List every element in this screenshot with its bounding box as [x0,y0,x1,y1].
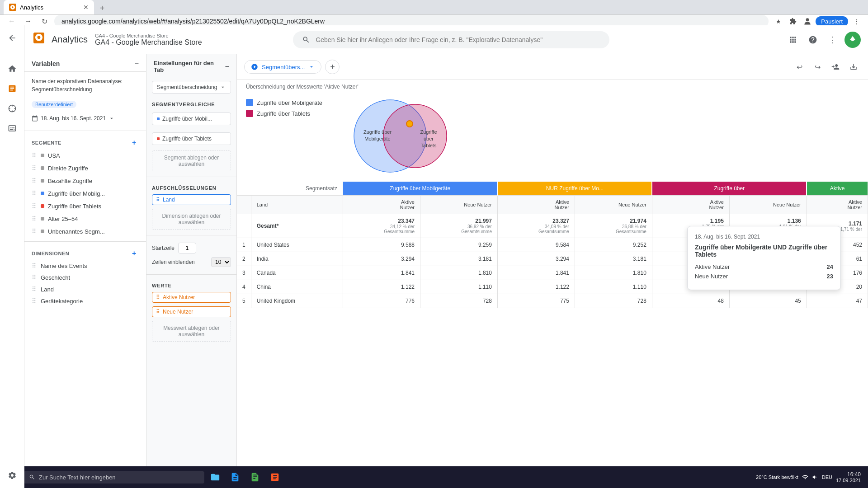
variables-minimize-btn[interactable]: – [135,60,139,68]
segment-name: Zugriffe über Tablets [48,203,101,210]
legend-label: Zugriffe über Tablets [257,110,310,117]
icon-sidebar [0,25,24,488]
chart-legend: Zugriffe über Mobilgeräte Zugriffe über … [246,95,322,121]
date-range-selector[interactable]: 18. Aug. bis 16. Sept. 2021 [24,113,146,127]
dimension-name: Gerätekategorie [41,298,83,305]
segmentvergleiche-label: SEGMENTVERGLEICHE [146,97,236,109]
sidebar-settings-icon[interactable] [3,466,21,484]
list-item[interactable]: ⠿ Zugriffe über Mobilg... [24,187,146,200]
drag-icon: ⠿ [32,190,36,197]
analytics-ga4-icon[interactable] [844,32,861,48]
settings-minimize-btn[interactable]: – [225,62,229,70]
list-item[interactable]: ⠿ Land [24,283,146,295]
list-item[interactable]: ⠿ Alter 25–54 [24,212,146,225]
segment-tag-2[interactable]: Zugriffe über Tablets [152,132,231,145]
segment-tag-1[interactable]: Zugriffe über Mobil... [152,113,231,125]
clock-block: 16:40 17.09.2021 [836,471,861,483]
divider4 [146,235,236,235]
segment-name: Bezahlte Zugriffe [48,178,92,184]
chart-title: Überschneidung der Messwerte 'Aktive Nut… [246,84,859,90]
list-item[interactable]: ⠿ Name des Events [24,260,146,272]
taskbar-search[interactable]: Zur Suche Text hier eingeben [24,471,204,483]
list-item[interactable]: ⠿ Unbenanntes Segm... [24,225,146,238]
apps-icon[interactable] [785,32,801,48]
legend-item-2: Zugriffe über Tablets [246,110,322,117]
list-item[interactable]: ⠿ Zugriffe über Tablets [24,200,146,212]
taskbar-powerpoint[interactable] [266,468,284,486]
add-segment-btn[interactable]: + [130,138,139,147]
divider5 [146,274,236,275]
segment-tab-label: Segmentübers... [262,64,305,70]
main-search-bar[interactable] [293,31,609,48]
row-country: United Kingdom [251,294,343,308]
list-item[interactable]: ⠿ Bezahlte Zugriffe [24,174,146,187]
tab-close-btn[interactable]: ✕ [83,4,89,11]
browser-chrome: Analytics ✕ + ← → ↻ ★ Pausiert ⋮ [0,0,868,25]
taskbar-explorer[interactable] [206,468,224,486]
settings-panel-header: Einstellungen für den Tab – [146,54,236,77]
segment-icon [251,63,258,70]
segment-tab-selector[interactable]: Segmentübers... [244,60,321,74]
cell-v2: 3.181 [420,252,498,266]
list-item[interactable]: ⠿ Direkte Zugriffe [24,162,146,174]
sidebar-advertising-icon[interactable] [3,119,21,137]
cell-v4: 1.810 [575,266,652,280]
help-icon[interactable] [805,32,821,48]
list-item[interactable]: ⠿ Geschlecht [24,272,146,283]
app-title: Analytics [52,34,88,45]
cell-v2: 728 [420,294,498,308]
taskbar-word[interactable] [226,468,244,486]
language-text: DEU [822,474,832,480]
more-icon[interactable]: ⋮ [825,32,841,48]
cell-v2: 1.810 [420,266,498,280]
list-item[interactable]: ⠿ Gerätekategorie [24,295,146,307]
redo-btn[interactable]: ↪ [810,60,825,74]
drag-icon: ⠿ [32,202,36,210]
dimension-placeholder[interactable]: Dimension ablegen oder auswählen [152,209,231,230]
exploration-label: Name der explorativen Datenanalyse: [32,77,139,85]
tab-favicon [9,4,16,11]
nav-back-btn[interactable] [3,29,21,47]
row-country: Canada [251,266,343,280]
variables-panel: Variablen – Name der explorativen Datena… [24,54,146,488]
cell-v1: 1.122 [343,280,420,294]
undo-btn[interactable]: ↩ [792,60,807,74]
sidebar-home-icon[interactable] [3,60,21,78]
variables-title: Variablen [32,60,60,67]
add-user-btn[interactable] [828,60,843,74]
legend-item-1: Zugriffe über Mobilgeräte [246,99,322,106]
col-aktive3: AktiveNutzer [652,196,729,214]
drag-icon: ⠿ [32,297,36,305]
search-icon [302,36,310,44]
list-item[interactable]: ⠿ USA [24,149,146,162]
table-row: 5 United Kingdom 776 728 775 728 48 45 4… [237,294,868,308]
date-range-text: 18. Aug. bis 16. Sept. 2021 [41,115,106,122]
row-rank: 1 [237,238,251,252]
value-tag-1[interactable]: ⠿ Aktive Nutzer [152,292,231,303]
value-placeholder[interactable]: Messwert ablegen oder auswählen [152,321,231,342]
add-tab-btn[interactable]: + [325,60,340,74]
rows-label: Zeilen einblenden [152,259,195,265]
sidebar-explore-icon[interactable] [3,99,21,117]
total-v3: 23.327 34,09 % derGesamtsumme [497,214,575,238]
technique-selector[interactable]: Segmentüberschneidung [146,77,236,97]
taskbar-excel[interactable] [246,468,264,486]
rows-select[interactable]: 10 25 50 [211,257,231,267]
add-dimension-btn[interactable]: + [130,249,139,258]
legend-label: Zugriffe über Mobilgeräte [257,99,322,106]
dimension-tag-1[interactable]: ⠿ Land [152,194,231,205]
value-tag-2[interactable]: ⠿ Neue Nutzer [152,306,231,317]
sidebar-reports-icon[interactable] [3,80,21,98]
weather-text: 20°C Stark bewölkt [756,474,798,480]
export-btn[interactable] [846,60,861,74]
start-row-input[interactable] [178,243,196,253]
cell-v7: 47 [807,294,868,308]
segments-list: ⠿ USA ⠿ Direkte Zugriffe ⠿ Bezahlte Zugr… [24,149,146,238]
new-tab-btn[interactable]: + [96,2,108,14]
search-input[interactable] [316,36,600,43]
row-rank: 3 [237,266,251,280]
segment-tag-label: Zugriffe über Tablets [162,136,212,142]
property-line2: GA4 - Google Merchandise Store [95,38,202,47]
segment-placeholder[interactable]: Segment ablegen oder auswählen [152,150,231,171]
active-tab[interactable]: Analytics ✕ [4,0,94,14]
